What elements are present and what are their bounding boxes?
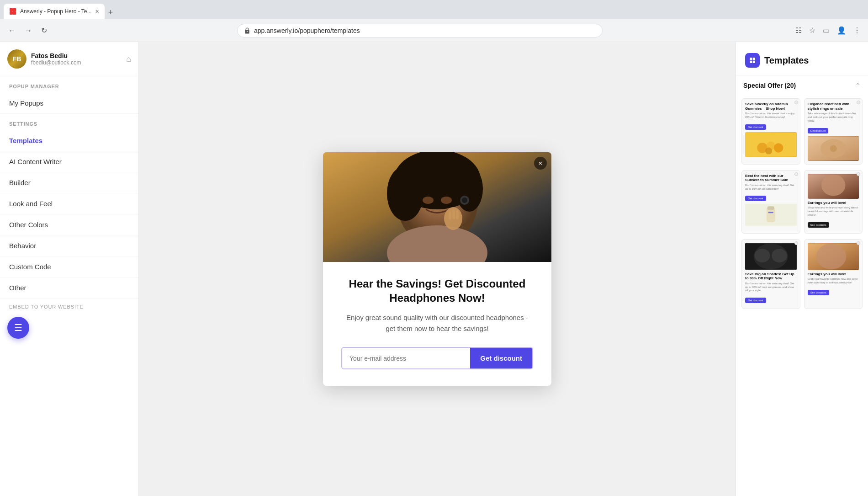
tc-image-6-top	[808, 243, 859, 270]
nav-icons: ☷ ☆ ▭ 👤 ⋮	[794, 24, 863, 37]
templates-icon	[748, 56, 757, 64]
tc-image-4-top	[808, 174, 859, 199]
nav-split-button[interactable]: ▭	[821, 24, 831, 37]
template-card-5[interactable]: Save Big on Shades! Get Up to 30% Off Ri…	[741, 239, 800, 309]
svg-point-37	[816, 243, 846, 269]
tc-btn-5: Get discount	[745, 298, 766, 303]
nav-bar: ← → ↻ ☷ ☆ ▭ 👤 ⋮	[0, 19, 868, 42]
tc-dot-1	[794, 101, 798, 104]
nav-extensions-button[interactable]: ☷	[794, 24, 804, 37]
tc-dot-6	[857, 241, 860, 245]
tc-btn-6: See products	[808, 290, 829, 295]
tc-desc-1: Don't miss out on this sweet deal – enjo…	[745, 112, 797, 119]
tab-close-button[interactable]: ×	[95, 8, 99, 15]
url-input[interactable]	[254, 27, 391, 34]
sidebar-item-look-and-feel[interactable]: Look and Feel	[0, 193, 138, 214]
sidebar-item-behavior[interactable]: Behavior	[0, 235, 138, 256]
tab-favicon	[9, 8, 16, 15]
sidebar-item-other-colors[interactable]: Other Colors	[0, 214, 138, 235]
app-layout: FB Fatos Bediu fbediu@outlook.com ⌂ POPU…	[0, 42, 868, 496]
lock-icon	[244, 27, 250, 34]
tc-wrap-2: Elegance redefined with stylish rings on…	[804, 99, 863, 164]
template-card-2[interactable]: Elegance redefined with stylish rings on…	[804, 98, 863, 165]
browser-chrome: Answerly - Popup Hero - Te... × + ← → ↻ …	[0, 0, 868, 42]
popup-modal: ×	[323, 152, 551, 386]
svg-rect-0	[10, 8, 13, 11]
nav-bookmark-button[interactable]: ☆	[807, 24, 817, 37]
tc-title-5: Save Big on Shades! Get Up to 30% Off Ri…	[745, 272, 797, 281]
home-icon[interactable]: ⌂	[126, 54, 131, 64]
tab-title: Answerly - Popup Hero - Te...	[20, 8, 92, 15]
sidebar-item-my-popups[interactable]: My Popups	[0, 93, 138, 114]
svg-rect-27	[767, 208, 775, 222]
new-tab-button[interactable]: +	[105, 6, 117, 19]
svg-point-22	[765, 147, 772, 154]
right-panel-header: Templates	[736, 42, 868, 75]
tc-btn-2: Get discount	[808, 128, 829, 133]
tc-desc-6: Grab your favorite earrings now and writ…	[808, 277, 859, 285]
svg-point-35	[772, 249, 787, 262]
tc-btn-4: See products	[808, 222, 829, 228]
tc-desc-2: Take advantage of this limited-time offe…	[808, 112, 859, 123]
tc-image-1	[745, 132, 797, 157]
tc-image-5-top	[745, 243, 797, 270]
tc-wrap-1: Save Sweetly on Vitamin Gummies – Shop N…	[742, 99, 800, 160]
nav-menu-button[interactable]: ⋮	[852, 24, 863, 37]
tc-btn-3: Get discount	[745, 196, 766, 201]
float-menu-button[interactable]: ☰	[7, 317, 29, 339]
user-section: FB Fatos Bediu fbediu@outlook.com ⌂	[0, 42, 138, 76]
template-card-4[interactable]: Earrings you will love! Shop now and wri…	[804, 170, 863, 234]
avatar: FB	[7, 49, 26, 69]
user-name: Fatos Bediu	[31, 52, 122, 59]
tc-inner-1: Save Sweetly on Vitamin Gummies – Shop N…	[742, 99, 800, 160]
template-card-1[interactable]: Save Sweetly on Vitamin Gummies – Shop N…	[741, 98, 800, 165]
popup-image	[323, 152, 551, 262]
section-header-title: Special Offer (20)	[743, 82, 796, 89]
popup-description: Enjoy great sound quality with our disco…	[341, 312, 533, 334]
tc-title-2: Elegance redefined with stylish rings on…	[808, 102, 859, 111]
section-chevron-icon: ⌃	[855, 82, 861, 89]
back-button[interactable]: ←	[5, 25, 18, 37]
forward-button[interactable]: →	[22, 25, 35, 37]
special-offer-section-header[interactable]: Special Offer (20) ⌃	[736, 75, 868, 96]
tc-wrap-5: Save Big on Shades! Get Up to 30% Off Ri…	[742, 240, 800, 309]
svg-point-25	[830, 145, 836, 152]
template-card-6[interactable]: Earrings you will love! Grab your favori…	[804, 239, 863, 309]
sidebar-item-other[interactable]: Other	[0, 277, 138, 299]
popup-cta-button[interactable]: Get discount	[470, 348, 532, 368]
sidebar-item-custom-code[interactable]: Custom Code	[0, 256, 138, 277]
svg-point-10	[441, 197, 452, 204]
sidebar-item-templates[interactable]: Templates	[0, 130, 138, 151]
template-row-2: Beat the heat with our Sunscreen Summer …	[736, 167, 868, 236]
svg-point-34	[755, 249, 770, 262]
embed-label: EMBED TO YOUR WEBSITE	[0, 299, 138, 315]
tc-btn-1: Get discount	[745, 124, 766, 130]
svg-rect-29	[768, 212, 773, 213]
template-card-3[interactable]: Beat the heat with our Sunscreen Summer …	[741, 170, 800, 234]
panel-icon	[745, 53, 760, 68]
tc-title-3: Beat the heat with our Sunscreen Summer …	[745, 174, 797, 182]
popup-email-input[interactable]	[342, 348, 470, 368]
templates-grid: Save Sweetly on Vitamin Gummies – Shop N…	[736, 96, 868, 312]
svg-point-31	[821, 174, 846, 196]
svg-point-12	[462, 197, 467, 203]
tc-dot-3	[794, 172, 798, 176]
tc-title-6: Earrings you will love!	[808, 272, 859, 277]
active-tab[interactable]: Answerly - Popup Hero - Te... ×	[4, 4, 105, 19]
template-row-1: Save Sweetly on Vitamin Gummies – Shop N…	[736, 96, 868, 167]
panel-title: Templates	[764, 55, 809, 66]
settings-label: SETTINGS	[0, 114, 138, 130]
nav-profile-button[interactable]: 👤	[835, 24, 848, 37]
popup-form: Get discount	[341, 347, 533, 369]
refresh-button[interactable]: ↻	[38, 24, 50, 37]
sidebar-item-builder[interactable]: Builder	[0, 172, 138, 193]
svg-rect-2	[10, 11, 13, 15]
tc-wrap-6: Earrings you will love! Grab your favori…	[804, 240, 863, 301]
sidebar: FB Fatos Bediu fbediu@outlook.com ⌂ POPU…	[0, 42, 139, 496]
svg-rect-15	[449, 211, 451, 220]
svg-rect-3	[13, 11, 16, 15]
address-bar[interactable]	[237, 24, 603, 37]
sidebar-item-ai-content-writer[interactable]: AI Content Writer	[0, 151, 138, 172]
popup-close-button[interactable]: ×	[534, 157, 547, 170]
tc-dot-4	[857, 172, 860, 176]
